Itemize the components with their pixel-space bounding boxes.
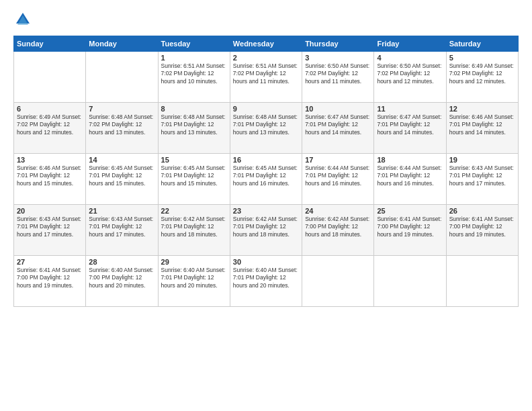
- day-cell: 24Sunrise: 6:42 AM Sunset: 7:00 PM Dayli…: [302, 205, 374, 256]
- day-cell: 11Sunrise: 6:47 AM Sunset: 7:01 PM Dayli…: [374, 103, 446, 154]
- header-cell-wednesday: Wednesday: [230, 36, 302, 52]
- day-cell: 12Sunrise: 6:46 AM Sunset: 7:01 PM Dayli…: [446, 103, 518, 154]
- day-content: Sunrise: 6:48 AM Sunset: 7:01 PM Dayligh…: [233, 113, 299, 136]
- day-number: 12: [449, 105, 515, 113]
- day-content: Sunrise: 6:40 AM Sunset: 7:01 PM Dayligh…: [233, 267, 299, 289]
- day-content: Sunrise: 6:49 AM Sunset: 7:02 PM Dayligh…: [17, 113, 83, 136]
- day-number: 30: [233, 258, 299, 266]
- day-content: Sunrise: 6:44 AM Sunset: 7:01 PM Dayligh…: [305, 165, 371, 187]
- day-number: 14: [89, 156, 154, 164]
- day-content: Sunrise: 6:47 AM Sunset: 7:01 PM Dayligh…: [377, 113, 443, 136]
- day-content: Sunrise: 6:45 AM Sunset: 7:01 PM Dayligh…: [89, 165, 154, 187]
- day-number: 27: [17, 258, 83, 266]
- day-number: 16: [233, 156, 299, 164]
- day-content: Sunrise: 6:40 AM Sunset: 7:00 PM Dayligh…: [89, 267, 154, 289]
- header-cell-saturday: Saturday: [446, 36, 518, 52]
- day-number: 7: [89, 105, 154, 113]
- day-cell: 3Sunrise: 6:50 AM Sunset: 7:02 PM Daylig…: [302, 52, 374, 103]
- day-cell: 21Sunrise: 6:43 AM Sunset: 7:01 PM Dayli…: [86, 205, 158, 256]
- day-number: 1: [161, 54, 227, 62]
- day-content: Sunrise: 6:45 AM Sunset: 7:01 PM Dayligh…: [233, 165, 299, 187]
- week-row-4: 20Sunrise: 6:43 AM Sunset: 7:01 PM Dayli…: [14, 205, 519, 256]
- day-number: 8: [161, 105, 227, 113]
- day-cell: 9Sunrise: 6:48 AM Sunset: 7:01 PM Daylig…: [230, 103, 302, 154]
- day-content: Sunrise: 6:43 AM Sunset: 7:01 PM Dayligh…: [449, 165, 515, 187]
- day-content: Sunrise: 6:42 AM Sunset: 7:00 PM Dayligh…: [305, 216, 371, 238]
- day-content: Sunrise: 6:47 AM Sunset: 7:01 PM Dayligh…: [305, 113, 371, 136]
- day-cell: [14, 52, 86, 103]
- day-content: Sunrise: 6:48 AM Sunset: 7:01 PM Dayligh…: [161, 113, 227, 136]
- logo-icon: [13, 10, 32, 29]
- day-cell: 23Sunrise: 6:42 AM Sunset: 7:01 PM Dayli…: [230, 205, 302, 256]
- day-number: 13: [17, 156, 83, 164]
- day-content: Sunrise: 6:46 AM Sunset: 7:01 PM Dayligh…: [17, 165, 83, 187]
- day-content: Sunrise: 6:41 AM Sunset: 7:00 PM Dayligh…: [17, 267, 83, 289]
- day-cell: 25Sunrise: 6:41 AM Sunset: 7:00 PM Dayli…: [374, 205, 446, 256]
- day-content: Sunrise: 6:41 AM Sunset: 7:00 PM Dayligh…: [449, 216, 515, 238]
- day-cell: 29Sunrise: 6:40 AM Sunset: 7:01 PM Dayli…: [158, 256, 230, 307]
- day-cell: 1Sunrise: 6:51 AM Sunset: 7:02 PM Daylig…: [158, 52, 230, 103]
- day-cell: 2Sunrise: 6:51 AM Sunset: 7:02 PM Daylig…: [230, 52, 302, 103]
- day-number: 10: [305, 105, 371, 113]
- day-cell: 20Sunrise: 6:43 AM Sunset: 7:01 PM Dayli…: [14, 205, 86, 256]
- day-cell: 7Sunrise: 6:48 AM Sunset: 7:02 PM Daylig…: [86, 103, 158, 154]
- day-number: 26: [449, 207, 515, 215]
- day-number: 28: [89, 258, 154, 266]
- day-number: 24: [305, 207, 371, 215]
- week-row-2: 6Sunrise: 6:49 AM Sunset: 7:02 PM Daylig…: [14, 103, 519, 154]
- day-number: 21: [89, 207, 154, 215]
- day-number: 5: [449, 54, 515, 62]
- logo: [13, 10, 35, 29]
- day-number: 20: [17, 207, 83, 215]
- day-cell: 19Sunrise: 6:43 AM Sunset: 7:01 PM Dayli…: [446, 154, 518, 205]
- day-content: Sunrise: 6:45 AM Sunset: 7:01 PM Dayligh…: [161, 165, 227, 187]
- day-cell: 17Sunrise: 6:44 AM Sunset: 7:01 PM Dayli…: [302, 154, 374, 205]
- header-cell-sunday: Sunday: [14, 36, 86, 52]
- day-content: Sunrise: 6:43 AM Sunset: 7:01 PM Dayligh…: [17, 216, 83, 238]
- header: [13, 10, 519, 29]
- week-row-1: 1Sunrise: 6:51 AM Sunset: 7:02 PM Daylig…: [14, 52, 519, 103]
- day-cell: 30Sunrise: 6:40 AM Sunset: 7:01 PM Dayli…: [230, 256, 302, 307]
- day-number: 9: [233, 105, 299, 113]
- day-content: Sunrise: 6:50 AM Sunset: 7:02 PM Dayligh…: [377, 62, 443, 85]
- day-cell: 13Sunrise: 6:46 AM Sunset: 7:01 PM Dayli…: [14, 154, 86, 205]
- day-content: Sunrise: 6:51 AM Sunset: 7:02 PM Dayligh…: [233, 62, 299, 85]
- day-cell: [374, 256, 446, 307]
- header-cell-friday: Friday: [374, 36, 446, 52]
- day-number: 3: [305, 54, 371, 62]
- day-cell: 8Sunrise: 6:48 AM Sunset: 7:01 PM Daylig…: [158, 103, 230, 154]
- day-cell: 28Sunrise: 6:40 AM Sunset: 7:00 PM Dayli…: [86, 256, 158, 307]
- day-number: 19: [449, 156, 515, 164]
- page: SundayMondayTuesdayWednesdayThursdayFrid…: [0, 0, 532, 411]
- header-cell-monday: Monday: [86, 36, 158, 52]
- day-content: Sunrise: 6:50 AM Sunset: 7:02 PM Dayligh…: [305, 62, 371, 85]
- day-number: 23: [233, 207, 299, 215]
- day-content: Sunrise: 6:46 AM Sunset: 7:01 PM Dayligh…: [449, 113, 515, 136]
- day-cell: 18Sunrise: 6:44 AM Sunset: 7:01 PM Dayli…: [374, 154, 446, 205]
- header-cell-tuesday: Tuesday: [158, 36, 230, 52]
- day-number: 17: [305, 156, 371, 164]
- day-cell: [86, 52, 158, 103]
- day-cell: 4Sunrise: 6:50 AM Sunset: 7:02 PM Daylig…: [374, 52, 446, 103]
- day-cell: [302, 256, 374, 307]
- day-cell: 6Sunrise: 6:49 AM Sunset: 7:02 PM Daylig…: [14, 103, 86, 154]
- day-cell: 14Sunrise: 6:45 AM Sunset: 7:01 PM Dayli…: [86, 154, 158, 205]
- day-content: Sunrise: 6:51 AM Sunset: 7:02 PM Dayligh…: [161, 62, 227, 85]
- day-content: Sunrise: 6:42 AM Sunset: 7:01 PM Dayligh…: [161, 216, 227, 238]
- week-row-3: 13Sunrise: 6:46 AM Sunset: 7:01 PM Dayli…: [14, 154, 519, 205]
- day-cell: 16Sunrise: 6:45 AM Sunset: 7:01 PM Dayli…: [230, 154, 302, 205]
- day-content: Sunrise: 6:44 AM Sunset: 7:01 PM Dayligh…: [377, 165, 443, 187]
- header-row: SundayMondayTuesdayWednesdayThursdayFrid…: [14, 36, 519, 52]
- day-cell: 26Sunrise: 6:41 AM Sunset: 7:00 PM Dayli…: [446, 205, 518, 256]
- day-number: 18: [377, 156, 443, 164]
- day-cell: [446, 256, 518, 307]
- day-number: 11: [377, 105, 443, 113]
- day-cell: 22Sunrise: 6:42 AM Sunset: 7:01 PM Dayli…: [158, 205, 230, 256]
- day-number: 6: [17, 105, 83, 113]
- day-cell: 15Sunrise: 6:45 AM Sunset: 7:01 PM Dayli…: [158, 154, 230, 205]
- day-cell: 27Sunrise: 6:41 AM Sunset: 7:00 PM Dayli…: [14, 256, 86, 307]
- week-row-5: 27Sunrise: 6:41 AM Sunset: 7:00 PM Dayli…: [14, 256, 519, 307]
- day-content: Sunrise: 6:49 AM Sunset: 7:02 PM Dayligh…: [449, 62, 515, 85]
- day-number: 4: [377, 54, 443, 62]
- day-content: Sunrise: 6:42 AM Sunset: 7:01 PM Dayligh…: [233, 216, 299, 238]
